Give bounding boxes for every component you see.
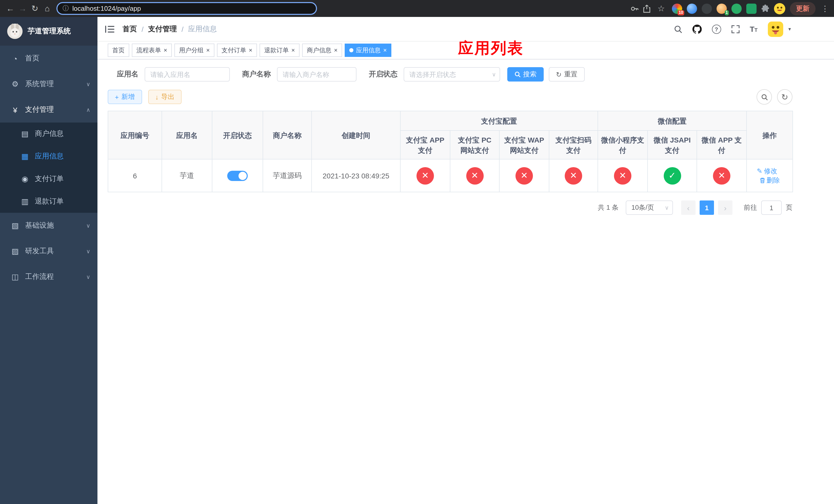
status-cross-icon: ✕ xyxy=(515,167,533,184)
close-icon[interactable]: × xyxy=(334,47,337,53)
tab-label: 退款订单 xyxy=(264,46,289,54)
help-icon[interactable]: ? xyxy=(712,24,721,33)
tab-refund-order[interactable]: 退款订单× xyxy=(260,44,300,57)
sidebar: 芋道管理系统 ◔ 首页 ⚙ 系统管理 ∨ ¥ 支付管理 ∧ ▤ 商户信息 xyxy=(0,17,97,504)
sidebar-item-pay-order[interactable]: ◉ 支付订单 xyxy=(0,168,97,190)
browser-menu-icon[interactable]: ⋮ xyxy=(820,4,830,13)
cell-wx-app: ✕ xyxy=(697,159,747,192)
tab-process-form[interactable]: 流程表单× xyxy=(132,44,172,57)
close-icon[interactable]: × xyxy=(291,47,295,53)
sidebar-item-refund-order[interactable]: ▥ 退款订单 xyxy=(0,190,97,213)
password-key-icon[interactable] xyxy=(630,4,639,13)
cell-alipay-pc: ✕ xyxy=(450,159,499,192)
site-info-icon[interactable]: ⓘ xyxy=(63,4,69,13)
cell-app-id: 6 xyxy=(108,159,162,192)
close-icon[interactable]: × xyxy=(249,47,253,53)
breadcrumb-payment[interactable]: 支付管理 xyxy=(148,24,177,33)
group-wechat: 微信配置 xyxy=(598,111,747,131)
search-button[interactable]: 搜索 xyxy=(507,67,544,82)
goto-label: 前往 xyxy=(744,203,757,212)
browser-toolbar: ← → ↻ ⌂ ⓘ localhost:1024/pay/app ☆ 10 1 xyxy=(0,0,834,17)
extension-wechat-icon[interactable] xyxy=(731,3,742,14)
browser-back-icon[interactable]: ← xyxy=(4,2,16,15)
toolbox-icon: ▨ xyxy=(11,247,20,256)
extensions-puzzle-icon[interactable] xyxy=(761,4,769,13)
pagination: 共 1 条 ∨ ‹ 1 › 前往 页 xyxy=(108,201,792,215)
download-icon: ↓ xyxy=(155,93,158,101)
refresh-table-button[interactable]: ↻ xyxy=(777,89,792,105)
tab-pay-order[interactable]: 支付订单× xyxy=(217,44,257,57)
next-page-button[interactable]: › xyxy=(718,201,732,215)
extension-avatar-icon[interactable]: 1 xyxy=(717,3,727,14)
status-cross-icon: ✕ xyxy=(416,167,434,184)
browser-update-button[interactable]: 更新 xyxy=(790,2,815,15)
prev-page-button[interactable]: ‹ xyxy=(681,201,696,215)
address-bar[interactable]: ⓘ localhost:1024/pay/app xyxy=(57,2,317,15)
tab-label: 商户信息 xyxy=(307,46,331,54)
browser-reload-icon[interactable]: ↻ xyxy=(29,2,41,15)
breadcrumb-home[interactable]: 首页 xyxy=(123,24,137,33)
font-size-icon[interactable]: TT xyxy=(750,25,758,33)
profile-avatar-icon[interactable] xyxy=(774,3,785,14)
github-icon[interactable] xyxy=(692,24,701,33)
sidebar-item-label: 支付管理 xyxy=(25,105,54,114)
merchant-name-input[interactable] xyxy=(277,67,356,82)
status-label: 开启状态 xyxy=(369,70,397,79)
add-button[interactable]: + 新增 xyxy=(108,90,142,104)
chevron-down-icon: ∨ xyxy=(86,81,90,87)
extension-colorful-icon[interactable]: 10 xyxy=(672,3,682,14)
sidebar-item-workflow[interactable]: ◫ 工作流程 ∨ xyxy=(0,264,97,290)
search-icon[interactable] xyxy=(674,25,682,33)
reset-button[interactable]: ↻ 重置 xyxy=(549,67,585,82)
fullscreen-icon[interactable] xyxy=(731,25,739,33)
tab-app-info[interactable]: 应用信息× xyxy=(345,44,391,57)
sidebar-item-system[interactable]: ⚙ 系统管理 ∨ xyxy=(0,71,97,97)
page-1-button[interactable]: 1 xyxy=(700,201,714,215)
tab-user-group[interactable]: 用户分组× xyxy=(174,44,214,57)
sidebar-item-merchant-info[interactable]: ▤ 商户信息 xyxy=(0,122,97,145)
tab-merchant-info[interactable]: 商户信息× xyxy=(302,44,342,57)
sidebar-item-app-info[interactable]: ▦ 应用信息 xyxy=(0,145,97,168)
col-alipay-pc: 支付宝 PC 网站支付 xyxy=(450,131,499,159)
hamburger-icon[interactable] xyxy=(105,25,114,33)
goto-page-input[interactable] xyxy=(761,201,782,215)
close-icon[interactable]: × xyxy=(163,47,167,53)
chevron-down-icon[interactable]: ▾ xyxy=(788,26,791,32)
toggle-search-button[interactable] xyxy=(756,89,772,105)
status-toggle[interactable] xyxy=(227,170,248,181)
browser-home-icon[interactable]: ⌂ xyxy=(41,2,53,15)
app-name-input[interactable] xyxy=(145,67,230,82)
page-title-overlay: 应用列表 xyxy=(458,38,524,59)
page-size-input[interactable] xyxy=(626,201,673,215)
status-select-input[interactable] xyxy=(404,67,500,82)
status-check-icon: ✓ xyxy=(663,167,681,184)
share-icon[interactable] xyxy=(643,4,650,13)
avatar[interactable] xyxy=(768,21,783,37)
extension-blue-drop-icon[interactable] xyxy=(687,3,697,14)
bookmark-star-icon[interactable]: ☆ xyxy=(655,2,667,15)
dashboard-icon: ◔ xyxy=(11,54,20,63)
navbar-actions: ? TT ▾ xyxy=(674,21,791,37)
close-icon[interactable]: × xyxy=(383,47,387,53)
close-icon[interactable]: × xyxy=(206,47,210,53)
active-dot xyxy=(349,48,353,52)
logo[interactable]: 芋道管理系统 xyxy=(0,17,97,46)
page-size-select[interactable]: ∨ xyxy=(626,201,673,215)
extension-dark-icon[interactable] xyxy=(702,3,712,14)
browser-forward-icon[interactable]: → xyxy=(16,2,29,15)
add-button-label: 新增 xyxy=(121,92,135,101)
sidebar-item-devtools[interactable]: ▨ 研发工具 ∨ xyxy=(0,238,97,264)
breadcrumb-separator: / xyxy=(181,25,184,33)
tab-home[interactable]: 首页 xyxy=(108,44,129,57)
delete-link[interactable]: 删除 xyxy=(760,176,780,185)
sidebar-item-label: 退款订单 xyxy=(35,197,64,206)
sidebar-item-home[interactable]: ◔ 首页 xyxy=(0,46,97,71)
edit-link[interactable]: ✎修改 xyxy=(757,166,777,176)
sidebar-item-payment[interactable]: ¥ 支付管理 ∧ xyxy=(0,97,97,122)
logo-avatar xyxy=(7,24,23,39)
export-button[interactable]: ↓ 导出 xyxy=(148,90,181,104)
sidebar-item-infra[interactable]: ▧ 基础设施 ∨ xyxy=(0,213,97,238)
status-select[interactable]: ∨ xyxy=(404,67,500,82)
cell-alipay-app: ✕ xyxy=(400,159,450,192)
extension-note-icon[interactable] xyxy=(746,3,756,14)
